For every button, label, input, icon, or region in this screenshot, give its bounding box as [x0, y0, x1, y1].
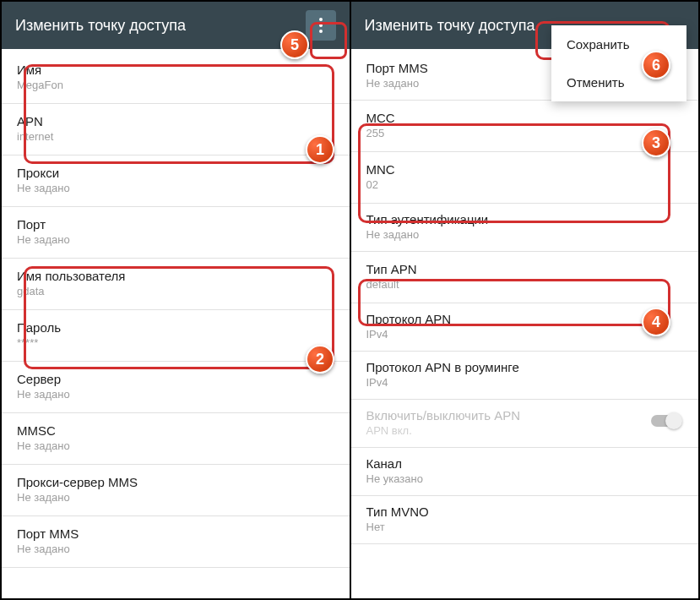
row-label: Включить/выключить APN: [366, 408, 684, 423]
row-mms-proxy[interactable]: Прокси-сервер MMS Не задано: [2, 465, 350, 516]
row-label: Тип аутентификации: [366, 212, 684, 226]
row-label: Прокси: [17, 166, 334, 180]
row-label: MMSC: [17, 423, 334, 438]
row-mvno-type[interactable]: Тип MVNO Нет: [351, 496, 699, 544]
row-label: MCC: [366, 111, 684, 125]
overflow-menu: Сохранить Отменить: [551, 25, 686, 101]
row-server[interactable]: Сервер Не задано: [2, 362, 350, 413]
row-value: IPv4: [366, 328, 684, 341]
row-value: *****: [17, 336, 334, 349]
row-value: IPv4: [366, 376, 684, 389]
row-label: Порт: [17, 217, 334, 232]
row-mcc[interactable]: MCC 255: [351, 101, 699, 152]
row-mmsc[interactable]: MMSC Не задано: [2, 413, 350, 465]
row-label: Протокол APN в роуминге: [366, 360, 684, 374]
menu-cancel[interactable]: Отменить: [551, 63, 686, 101]
settings-list-right: Порт MMS Не задано MCC 255 MNC 02 Тип ау…: [351, 49, 699, 598]
row-value: 255: [366, 127, 684, 139]
row-label: MNC: [366, 162, 684, 177]
row-value: Не задано: [366, 228, 684, 241]
row-username[interactable]: Имя пользователя gdata: [2, 259, 350, 310]
row-label: Имя: [17, 63, 334, 77]
row-label: Тип MVNO: [366, 505, 684, 519]
settings-list-left: Имя MegaFon APN internet Прокси Не задан…: [2, 49, 350, 598]
row-mms-port[interactable]: Порт MMS Не задано: [2, 516, 350, 568]
row-proxy[interactable]: Прокси Не задано: [2, 155, 350, 207]
row-value: Не задано: [17, 388, 334, 401]
row-label: APN: [17, 114, 334, 128]
row-value: APN вкл.: [366, 424, 684, 437]
row-label: Имя пользователя: [17, 269, 334, 283]
row-value: internet: [17, 130, 334, 143]
row-value: Нет: [366, 521, 684, 533]
row-bearer[interactable]: Канал Не указано: [351, 448, 699, 496]
row-value: Не задано: [17, 491, 334, 504]
appbar-left: Изменить точку доступа: [2, 2, 350, 49]
row-label: Протокол APN: [366, 312, 684, 326]
row-apn-type[interactable]: Тип APN default: [351, 252, 699, 303]
row-label: Пароль: [17, 320, 334, 335]
row-value: Не задано: [17, 233, 334, 246]
row-value: Не задано: [17, 182, 334, 194]
row-apn-enable: Включить/выключить APN APN вкл.: [351, 400, 699, 448]
row-label: Прокси-сервер MMS: [17, 475, 334, 489]
apn-enable-toggle: [651, 415, 680, 427]
row-value: gdata: [17, 285, 334, 297]
row-value: default: [366, 278, 684, 291]
row-value: Не задано: [17, 543, 334, 555]
row-value: 02: [366, 178, 684, 191]
appbar-title-left: Изменить точку доступа: [15, 17, 306, 35]
row-apn[interactable]: APN internet: [2, 104, 350, 155]
menu-save[interactable]: Сохранить: [551, 25, 686, 63]
row-auth-type[interactable]: Тип аутентификации Не задано: [351, 204, 699, 252]
row-name[interactable]: Имя MegaFon: [2, 52, 350, 104]
row-label: Тип APN: [366, 262, 684, 276]
row-value: Не задано: [17, 439, 334, 452]
row-apn-roaming-protocol[interactable]: Протокол APN в роуминге IPv4: [351, 352, 699, 400]
row-value: MegaFon: [17, 79, 334, 91]
row-mnc[interactable]: MNC 02: [351, 152, 699, 204]
phone-right: Изменить точку доступа Сохранить Отменит…: [351, 2, 699, 598]
more-options-button[interactable]: [306, 10, 336, 41]
phone-left: Изменить точку доступа Имя MegaFon APN i…: [2, 2, 351, 598]
row-apn-protocol[interactable]: Протокол APN IPv4: [351, 303, 699, 352]
row-port[interactable]: Порт Не задано: [2, 207, 350, 259]
more-vertical-icon: [319, 18, 323, 33]
row-value: Не указано: [366, 472, 684, 485]
row-label: Сервер: [17, 372, 334, 386]
row-label: Канал: [366, 456, 684, 471]
row-label: Порт MMS: [17, 526, 334, 541]
row-password[interactable]: Пароль *****: [2, 310, 350, 362]
